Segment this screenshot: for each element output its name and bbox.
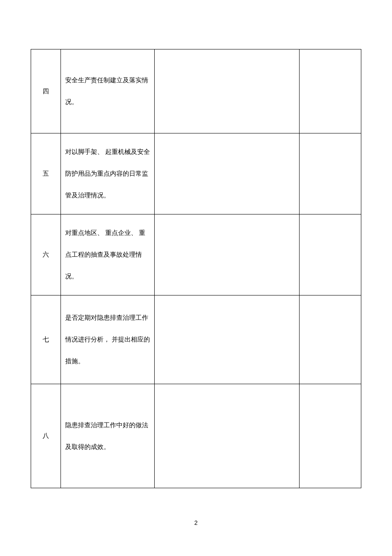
- table-row: 五 对以脚手架、 起重机械及安全防护用品为重点内容的日常监管及治理情况。: [31, 133, 361, 214]
- row-content-cell: 隐患排查治理工作中好的做法及取得的成效。: [61, 384, 155, 488]
- row-col3-cell: [155, 295, 300, 384]
- page-number: 2: [0, 519, 392, 526]
- row-content-cell: 是否定期对隐患排查治理工作情况进行分析， 并提出相应的措施。: [61, 295, 155, 384]
- main-table: 四 安全生产责任制建立及落实情况。 五 对以脚手架、 起重机械及安全防护用品为重…: [31, 49, 361, 488]
- row-col3-cell: [155, 49, 300, 133]
- row-number-cell: 四: [31, 49, 61, 133]
- row-col4-cell: [300, 384, 361, 488]
- row-col4-cell: [300, 133, 361, 214]
- row-number-cell: 七: [31, 295, 61, 384]
- row-col3-cell: [155, 214, 300, 295]
- row-content-cell: 对以脚手架、 起重机械及安全防护用品为重点内容的日常监管及治理情况。: [61, 133, 155, 214]
- row-col4-cell: [300, 49, 361, 133]
- table-row: 八 隐患排查治理工作中好的做法及取得的成效。: [31, 384, 361, 488]
- row-number-cell: 五: [31, 133, 61, 214]
- row-col4-cell: [300, 295, 361, 384]
- row-content-cell: 安全生产责任制建立及落实情况。: [61, 49, 155, 133]
- row-col4-cell: [300, 214, 361, 295]
- table-row: 四 安全生产责任制建立及落实情况。: [31, 49, 361, 133]
- row-col3-cell: [155, 384, 300, 488]
- table-row: 六 对重点地区、 重点企业、 重点工程的抽查及事故处理情况。: [31, 214, 361, 295]
- row-col3-cell: [155, 133, 300, 214]
- row-content-cell: 对重点地区、 重点企业、 重点工程的抽查及事故处理情况。: [61, 214, 155, 295]
- table-row: 七 是否定期对隐患排查治理工作情况进行分析， 并提出相应的措施。: [31, 295, 361, 384]
- page-container: 四 安全生产责任制建立及落实情况。 五 对以脚手架、 起重机械及安全防护用品为重…: [0, 0, 392, 488]
- row-number-cell: 六: [31, 214, 61, 295]
- row-number-cell: 八: [31, 384, 61, 488]
